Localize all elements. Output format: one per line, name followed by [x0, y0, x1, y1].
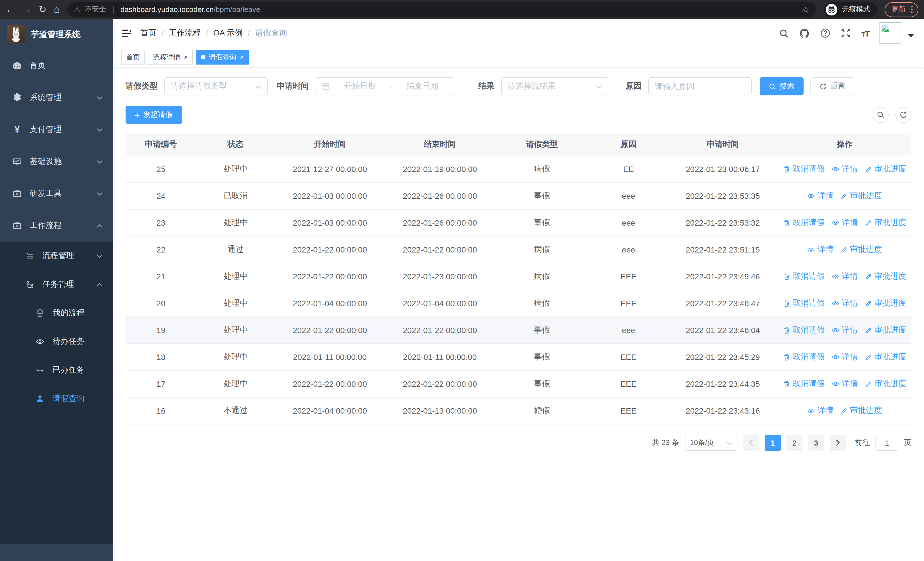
tags-view: 首页 流程详情× 请假查询× [113, 47, 924, 67]
cell-leave-type: 事假 [495, 325, 589, 335]
font-size-icon[interactable]: TT [861, 28, 869, 38]
cell-end-time: 2022-01-13 00:00:00 [385, 406, 495, 415]
approval-progress-link[interactable]: 审批进度 [865, 218, 906, 228]
help-icon[interactable] [820, 28, 830, 38]
toggle-search-icon[interactable] [873, 107, 889, 123]
detail-link[interactable]: 详情 [807, 406, 834, 416]
detail-link[interactable]: 详情 [831, 218, 858, 228]
sidebar-item-workflow[interactable]: 工作流程 [0, 210, 113, 242]
breadcrumb-item[interactable]: 工作流程 [169, 28, 201, 38]
page-button-1[interactable]: 1 [765, 435, 781, 451]
sidebar-item-todo-tasks[interactable]: 待办任务 [0, 327, 113, 356]
close-icon[interactable]: × [184, 54, 188, 60]
start-date-placeholder: 开始日期 [334, 81, 385, 92]
cancel-leave-link[interactable]: 取消请假 [783, 218, 825, 228]
cell-apply-time: 2022-01-22 23:46:04 [668, 326, 778, 335]
sidebar-item-home[interactable]: 首页 [0, 50, 113, 82]
sidebar-item-dev-tools[interactable]: 研发工具 [0, 177, 113, 210]
avatar-caret-icon[interactable] [908, 34, 914, 38]
approval-progress-link[interactable]: 审批进度 [865, 379, 906, 389]
github-icon[interactable] [799, 28, 810, 39]
close-icon[interactable]: × [240, 54, 244, 60]
detail-link[interactable]: 详情 [831, 325, 858, 335]
forward-icon[interactable]: → [22, 5, 32, 14]
search-button[interactable]: 搜索 [760, 77, 804, 95]
leave-type-select[interactable]: 请选择请假类型 [164, 77, 268, 95]
create-leave-button[interactable]: + 发起请假 [126, 106, 182, 124]
bookmark-star-icon[interactable]: ☆ [802, 5, 809, 14]
sidebar-item-system[interactable]: 系统管理 [0, 82, 113, 114]
cancel-leave-link[interactable]: 取消请假 [783, 298, 825, 308]
sidebar-item-leave-query[interactable]: 请假查询 [0, 385, 113, 413]
table-row: 23 处理中 2022-01-03 00:00:00 2022-01-26 00… [126, 210, 912, 236]
approval-progress-link[interactable]: 审批进度 [865, 164, 906, 174]
cancel-leave-link[interactable]: 取消请假 [783, 379, 825, 389]
approval-progress-link[interactable]: 审批进度 [865, 325, 906, 335]
cell-status: 不通过 [196, 406, 275, 416]
approval-progress-link[interactable]: 审批进度 [840, 406, 882, 416]
page-button-3[interactable]: 3 [808, 435, 824, 451]
sidebar-item-infrastructure[interactable]: 基础设施 [0, 146, 113, 177]
prev-page-button[interactable] [743, 435, 759, 451]
sidebar-item-my-process[interactable]: 我的流程 [0, 299, 113, 327]
approval-progress-link[interactable]: 审批进度 [840, 245, 882, 255]
page-size-select[interactable]: 10条/页 [685, 435, 737, 451]
cell-reason: EEE [589, 379, 668, 388]
breadcrumb-item[interactable]: OA 示例 [213, 28, 243, 38]
detail-link[interactable]: 详情 [831, 379, 858, 389]
cancel-leave-link[interactable]: 取消请假 [783, 325, 825, 335]
cancel-leave-link[interactable]: 取消请假 [783, 164, 825, 174]
detail-link[interactable]: 详情 [807, 245, 834, 255]
result-select[interactable]: 请选择流结果 [501, 77, 608, 95]
reason-input[interactable] [655, 82, 746, 91]
approval-progress-link[interactable]: 审批进度 [865, 298, 906, 308]
detail-link[interactable]: 详情 [831, 352, 858, 362]
cell-apply-time: 2022-01-22 23:44:35 [668, 379, 778, 388]
approval-progress-link[interactable]: 审批进度 [840, 191, 882, 201]
goto-page-input[interactable] [876, 435, 898, 451]
approval-progress-link[interactable]: 审批进度 [865, 352, 906, 362]
back-icon[interactable]: ← [6, 5, 15, 14]
url-bar[interactable]: ⚠ 不安全 dashboard.yudao.iocoder.cn/bpm/oa/… [67, 2, 816, 17]
sidebar-logo[interactable]: 芋道管理系统 [0, 19, 113, 50]
apply-time-range-picker[interactable]: 开始日期 - 结束日期 [316, 77, 454, 95]
reset-button[interactable]: 重置 [810, 77, 854, 95]
cancel-leave-link[interactable]: 取消请假 [783, 352, 825, 362]
reload-icon[interactable]: ↻ [39, 5, 46, 14]
breadcrumb-item[interactable]: 首页 [140, 28, 156, 38]
browser-menu-icon[interactable] [911, 6, 913, 13]
eye-icon [831, 326, 840, 334]
refresh-table-icon[interactable] [896, 107, 912, 123]
col-reason: 原因 [589, 139, 668, 150]
cell-reason: eee [589, 218, 668, 227]
security-warning-icon[interactable]: ⚠ [74, 5, 80, 14]
sidebar-item-process-mgmt[interactable]: 流程管理 [0, 242, 113, 270]
detail-link[interactable]: 详情 [831, 298, 858, 308]
cell-actions: 取消请假 详情 审批进度 [778, 379, 912, 389]
detail-link[interactable]: 详情 [831, 271, 858, 282]
cell-status: 处理中 [196, 271, 275, 282]
approval-progress-link[interactable]: 审批进度 [865, 271, 906, 282]
browser-update-button[interactable]: 更新 [885, 2, 918, 17]
detail-link[interactable]: 详情 [831, 164, 858, 174]
tag-home[interactable]: 首页 [121, 50, 145, 65]
fullscreen-icon[interactable] [841, 28, 851, 38]
cell-end-time: 2022-01-23 00:00:00 [385, 272, 495, 281]
sidebar-item-task-mgmt[interactable]: 任务管理 [0, 270, 113, 299]
table-row: 22 通过 2022-01-22 00:00:00 2022-01-22 00:… [126, 236, 912, 263]
page-button-2[interactable]: 2 [786, 435, 802, 451]
home-icon[interactable]: ⌂ [54, 5, 60, 14]
next-page-button[interactable] [830, 435, 846, 451]
avatar[interactable] [879, 22, 901, 44]
page-unit-label: 页 [904, 438, 912, 448]
sidebar-item-done-tasks[interactable]: 已办任务 [0, 356, 113, 385]
tag-process-detail[interactable]: 流程详情× [148, 50, 193, 65]
pencil-icon [840, 407, 848, 415]
header-search-icon[interactable] [779, 28, 789, 38]
detail-link[interactable]: 详情 [807, 191, 834, 201]
tag-leave-query[interactable]: 请假查询× [196, 50, 249, 65]
sidebar-collapse-icon[interactable] [121, 28, 132, 39]
cell-apply-time: 2022-01-22 23:51:15 [668, 245, 778, 254]
cancel-leave-link[interactable]: 取消请假 [783, 271, 825, 282]
sidebar-item-payment[interactable]: ¥ 支付管理 [0, 114, 113, 146]
